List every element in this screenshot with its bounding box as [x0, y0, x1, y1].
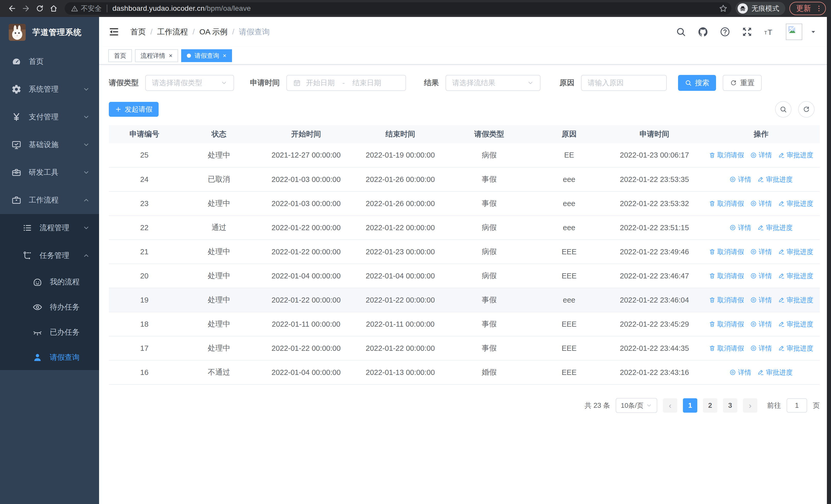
- tab-close-icon[interactable]: ×: [223, 53, 226, 59]
- search-button[interactable]: 搜索: [678, 75, 716, 91]
- reason-input[interactable]: 请输入原因: [581, 75, 667, 91]
- sidebar-item-todo-tasks[interactable]: 待办任务: [0, 295, 99, 320]
- global-search-icon[interactable]: [676, 26, 686, 37]
- action-progress[interactable]: 审批进度: [778, 296, 813, 305]
- action-progress[interactable]: 审批进度: [778, 320, 813, 329]
- action-view[interactable]: 详情: [729, 175, 751, 184]
- toggle-search-button[interactable]: [775, 101, 792, 118]
- browser-menu-icon[interactable]: [815, 5, 823, 12]
- breadcrumb-item[interactable]: 工作流程: [157, 27, 188, 37]
- sidebar-item-label: 支付管理: [29, 112, 58, 122]
- sidebar-item-workflow[interactable]: 工作流程: [0, 186, 99, 214]
- github-icon[interactable]: [697, 26, 708, 37]
- action-view[interactable]: 详情: [729, 368, 751, 377]
- action-trash[interactable]: 取消请假: [709, 151, 744, 159]
- column-header: 原因: [532, 125, 606, 143]
- browser-update-button[interactable]: 更新: [790, 2, 826, 15]
- sidebar-item-devtools[interactable]: 研发工具: [0, 158, 99, 186]
- page-button-2[interactable]: 2: [703, 398, 717, 413]
- action-progress[interactable]: 审批进度: [778, 271, 813, 280]
- browser-forward-button[interactable]: [19, 2, 33, 16]
- tab-close-icon[interactable]: ×: [169, 53, 172, 59]
- action-progress[interactable]: 审批进度: [778, 151, 813, 159]
- reset-button[interactable]: 重置: [723, 75, 762, 91]
- action-trash[interactable]: 取消请假: [709, 296, 744, 305]
- table-row[interactable]: 19处理中2022-01-22 00:00:002022-01-22 00:00…: [109, 288, 820, 312]
- table-row[interactable]: 16不通过2022-01-04 00:00:002022-01-13 00:00…: [109, 360, 820, 384]
- sidebar-item-my-process[interactable]: 我的流程: [0, 269, 99, 295]
- cell-reason: eee: [532, 288, 606, 312]
- sidebar-item-task-mgmt[interactable]: 任务管理: [0, 242, 99, 269]
- table-row[interactable]: 23处理中2022-01-03 00:00:002022-01-26 00:00…: [109, 191, 820, 215]
- table-row[interactable]: 18处理中2022-01-11 00:00:002022-01-11 00:00…: [109, 312, 820, 336]
- page-button-3[interactable]: 3: [723, 398, 737, 413]
- browser-home-button[interactable]: [47, 2, 61, 16]
- browser-back-button[interactable]: [5, 2, 19, 16]
- breadcrumb-item[interactable]: 首页: [131, 27, 146, 37]
- action-view[interactable]: 详情: [750, 296, 772, 305]
- breadcrumb-item[interactable]: OA 示例: [199, 27, 228, 37]
- sidebar-item-leave-query[interactable]: 请假查询: [0, 345, 99, 370]
- sidebar-item-payment[interactable]: 支付管理: [0, 103, 99, 131]
- action-view[interactable]: 详情: [750, 344, 772, 353]
- table-row[interactable]: 24已取消2022-01-03 00:00:002022-01-26 00:00…: [109, 167, 820, 191]
- refresh-table-button[interactable]: [798, 101, 814, 118]
- action-view[interactable]: 详情: [750, 271, 772, 280]
- action-progress[interactable]: 审批进度: [757, 223, 793, 232]
- action-view[interactable]: 详情: [729, 223, 751, 232]
- action-trash[interactable]: 取消请假: [709, 344, 744, 353]
- tab-首页[interactable]: 首页: [108, 49, 132, 62]
- fullscreen-icon[interactable]: [742, 26, 752, 37]
- goto-page-input[interactable]: 1: [786, 398, 807, 413]
- avatar[interactable]: [786, 24, 802, 40]
- action-view[interactable]: 详情: [750, 320, 772, 329]
- tab-流程详情[interactable]: 流程详情×: [135, 49, 178, 62]
- help-icon[interactable]: [720, 26, 730, 37]
- reason-label: 原因: [560, 78, 574, 88]
- incognito-label: 无痕模式: [751, 4, 779, 13]
- tab-请假查询[interactable]: 请假查询×: [181, 49, 232, 62]
- action-trash[interactable]: 取消请假: [709, 320, 744, 329]
- table-row[interactable]: 22通过2022-01-22 00:00:002022-01-22 00:00:…: [109, 215, 820, 240]
- sidebar-item-system[interactable]: 系统管理: [0, 76, 99, 103]
- table-row[interactable]: 21处理中2022-01-22 00:00:002022-01-23 00:00…: [109, 240, 820, 264]
- address-bar[interactable]: 不安全 dashboard.yudao.iocoder.cn/bpm/oa/le…: [65, 2, 732, 14]
- table-row[interactable]: 20处理中2022-01-04 00:00:002022-01-04 00:00…: [109, 264, 820, 288]
- leave-type-select[interactable]: 请选择请假类型: [145, 75, 234, 91]
- table-row[interactable]: 17处理中2022-01-22 00:00:002022-01-22 00:00…: [109, 336, 820, 360]
- incognito-badge: 无痕模式: [736, 2, 785, 15]
- action-progress[interactable]: 审批进度: [778, 247, 813, 256]
- sidebar-item-home[interactable]: 首页: [0, 48, 99, 76]
- progress-icon: [757, 176, 764, 183]
- action-progress[interactable]: 审批进度: [757, 175, 793, 184]
- action-view[interactable]: 详情: [750, 247, 772, 256]
- browser-reload-button[interactable]: [33, 2, 47, 16]
- action-trash[interactable]: 取消请假: [709, 199, 744, 208]
- site-security-chip[interactable]: 不安全: [71, 4, 102, 13]
- action-view[interactable]: 详情: [750, 199, 772, 208]
- action-progress[interactable]: 审批进度: [778, 199, 813, 208]
- sidebar-logo-row[interactable]: 芋道管理系统: [0, 17, 99, 48]
- cell-end: 2022-01-22 00:00:00: [354, 336, 447, 360]
- font-size-icon[interactable]: TT: [764, 26, 775, 37]
- action-progress[interactable]: 审批进度: [778, 344, 813, 353]
- page-scrollbar[interactable]: [827, 17, 831, 504]
- apply-time-range-picker[interactable]: 开始日期 - 结束日期: [286, 75, 406, 91]
- page-size-select[interactable]: 10条/页: [616, 398, 657, 413]
- sidebar-item-process-mgmt[interactable]: 流程管理: [0, 214, 99, 242]
- action-progress[interactable]: 审批进度: [757, 368, 793, 377]
- next-page-button[interactable]: ›: [743, 398, 757, 413]
- table-row[interactable]: 25处理中2021-12-27 00:00:002022-01-19 00:00…: [109, 143, 820, 167]
- sidebar-item-done-tasks[interactable]: 已办任务: [0, 320, 99, 345]
- bookmark-star-icon[interactable]: [719, 4, 728, 13]
- create-leave-button[interactable]: 发起请假: [109, 102, 159, 117]
- prev-page-button[interactable]: ‹: [663, 398, 677, 413]
- result-select[interactable]: 请选择流结果: [446, 75, 541, 91]
- user-menu-caret-icon[interactable]: [810, 28, 816, 35]
- action-view[interactable]: 详情: [750, 151, 772, 159]
- action-trash[interactable]: 取消请假: [709, 271, 744, 280]
- sidebar-item-infra[interactable]: 基础设施: [0, 131, 99, 158]
- action-trash[interactable]: 取消请假: [709, 247, 744, 256]
- page-button-1[interactable]: 1: [683, 398, 697, 413]
- sidebar-collapse-icon[interactable]: [108, 26, 120, 37]
